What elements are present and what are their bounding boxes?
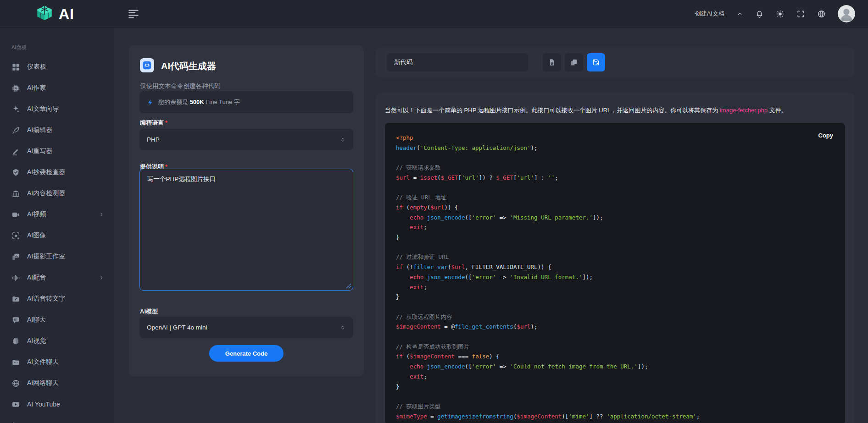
camera-icon xyxy=(11,231,20,240)
rss-icon xyxy=(11,421,20,423)
language-globe-icon[interactable] xyxy=(817,10,826,18)
required-asterisk: * xyxy=(165,119,167,126)
user-avatar[interactable] xyxy=(838,5,855,22)
code-line: header('Content-Type: application/json')… xyxy=(396,143,700,153)
sidebar-item-8[interactable]: AI图像 xyxy=(0,225,114,246)
language-select-value: PHP xyxy=(147,136,160,143)
sidebar-item-label: AI内容检测器 xyxy=(27,189,65,198)
sidebar-item-2[interactable]: AI文章向导 xyxy=(0,99,114,120)
fullscreen-icon[interactable] xyxy=(796,10,805,18)
sidebar-item-label: AI图像 xyxy=(27,231,46,240)
code-line: exit; xyxy=(396,222,700,232)
code-line: $url = isset($_GET['url']) ? $_GET['url'… xyxy=(396,173,700,183)
sidebar-item-label: AI网络聊天 xyxy=(27,379,59,387)
sidebar: AI面板 仪表板AIAI作家AI文章向导AI编辑器AI重写器AI抄袭检查器AI内… xyxy=(0,27,114,423)
balance-banner: 您的余额是 500K Fine Tune 字 xyxy=(139,91,353,113)
sidebar-item-label: AI YouTube xyxy=(27,401,60,408)
sidebar-item-3[interactable]: AI编辑器 xyxy=(0,120,114,141)
waveform-icon xyxy=(11,274,20,282)
sidebar-item-label: AI视觉 xyxy=(27,337,46,345)
document-button[interactable] xyxy=(543,53,561,71)
sidebar-item-6[interactable]: AI内容检测器 xyxy=(0,183,114,204)
code-line: exit; xyxy=(396,372,700,382)
sidebar-item-1[interactable]: AIAI作家 xyxy=(0,77,114,99)
create-ai-doc-menu[interactable]: 创建AI文档 xyxy=(695,10,743,18)
code-line: if (empty($url)) { xyxy=(396,203,700,213)
code-line: // 获取图片类型 xyxy=(396,401,700,412)
globe-icon xyxy=(11,379,20,388)
chevron-right-icon xyxy=(98,211,105,218)
sidebar-item-label: AI文件聊天 xyxy=(27,358,59,366)
code-line xyxy=(396,242,700,253)
save-button[interactable] xyxy=(587,53,605,71)
code-line xyxy=(396,391,700,401)
duplicate-button[interactable] xyxy=(565,53,583,71)
select-caret-icon xyxy=(339,324,346,331)
sidebar-item-16[interactable]: AI YouTube xyxy=(0,394,114,415)
result-card: 当然可以！下面是一个简单的 PHP 远程图片接口示例。此接口可以接收一个图片 U… xyxy=(376,93,854,423)
code-line: $mimeType = getimagesizefromstring($imag… xyxy=(396,412,700,422)
sidebar-item-11[interactable]: AI语音转文字 xyxy=(0,288,114,309)
code-line: } xyxy=(396,292,700,302)
sidebar-item-15[interactable]: AI网络聊天 xyxy=(0,373,114,394)
code-line xyxy=(396,302,700,312)
sidebar-item-17[interactable]: AIRSS xyxy=(0,415,114,423)
svg-text:AI: AI xyxy=(15,87,17,89)
sidebar-item-label: AI文章向导 xyxy=(27,105,59,113)
code-line: } xyxy=(396,382,700,392)
sidebar-menu: 仪表板AIAI作家AI文章向导AI编辑器AI重写器AI抄袭检查器AI内容检测器A… xyxy=(0,56,114,423)
sidebar-item-14[interactable]: AI文件聊天 xyxy=(0,352,114,373)
chevron-right-icon xyxy=(98,275,105,281)
sidebar-item-4[interactable]: AI重写器 xyxy=(0,141,114,162)
model-select-value: OpenAI | GPT 4o mini xyxy=(147,324,207,331)
model-select[interactable]: OpenAI | GPT 4o mini xyxy=(139,317,353,338)
code-block: Copy <?phpheader('Content-Type: applicat… xyxy=(385,123,845,423)
code-line: <?php xyxy=(396,133,700,143)
code-line: // 过滤和验证 URL xyxy=(396,252,700,262)
sidebar-item-5[interactable]: AI抄袭检查器 xyxy=(0,162,114,183)
bolt-icon xyxy=(147,99,154,106)
folder-dots-icon xyxy=(11,358,20,367)
code-line xyxy=(396,153,700,163)
pencil-icon xyxy=(11,147,20,156)
select-caret-icon xyxy=(339,137,346,143)
inline-code: image-fetcher.php xyxy=(720,107,768,114)
sidebar-item-label: 仪表板 xyxy=(27,63,46,71)
sidebar-item-7[interactable]: AI视频 xyxy=(0,204,114,225)
description-textarea[interactable]: 写一个PHP远程图片接口 xyxy=(139,169,353,291)
brand-cube-icon xyxy=(35,5,54,23)
php-code: <?phpheader('Content-Type: application/j… xyxy=(396,133,700,421)
sidebar-item-0[interactable]: 仪表板 xyxy=(0,56,114,77)
copy-code-button[interactable]: Copy xyxy=(818,132,834,139)
dashboard-icon xyxy=(11,63,20,71)
feather-icon xyxy=(11,126,20,135)
generate-code-button[interactable]: Generate Code xyxy=(209,345,284,362)
folder-audio-icon xyxy=(11,295,20,303)
code-line xyxy=(396,332,700,342)
brand-logo[interactable]: AI xyxy=(35,0,74,27)
sidebar-item-9[interactable]: AI摄影工作室 xyxy=(0,246,114,267)
document-title-input[interactable] xyxy=(387,53,528,71)
code-generator-form-card: AI代码生成器 仅使用文本命令创建各种代码 您的余额是 500K Fine Tu… xyxy=(129,45,364,376)
chip-icon: AI xyxy=(11,84,20,93)
code-line: echo json_encode(['error' => 'Missing UR… xyxy=(396,213,700,223)
copy-icon xyxy=(570,58,578,66)
sparkles-icon xyxy=(11,105,20,114)
code-line: if ($imageContent === false) { xyxy=(396,352,700,362)
sidebar-item-13[interactable]: AI视觉 xyxy=(0,330,114,352)
sidebar-item-label: AI视频 xyxy=(27,210,46,219)
assistant-intro-text: 当然可以！下面是一个简单的 PHP 远程图片接口示例。此接口可以接收一个图片 U… xyxy=(385,106,845,115)
language-select[interactable]: PHP xyxy=(139,129,353,150)
sidebar-item-12[interactable]: AI聊天 xyxy=(0,309,114,330)
code-line: // 检查是否成功获取到图片 xyxy=(396,342,700,352)
notifications-bell-icon[interactable] xyxy=(755,10,764,18)
model-label: AI模型 xyxy=(140,308,158,316)
doc-icon xyxy=(548,58,556,66)
sidebar-toggle-button[interactable] xyxy=(128,8,139,20)
youtube-icon xyxy=(11,400,20,409)
sidebar-section-label: AI面板 xyxy=(11,44,114,51)
theme-sun-icon[interactable] xyxy=(776,10,785,18)
code-line: $imageContent = @file_get_contents($url)… xyxy=(396,322,700,332)
sidebar-item-10[interactable]: AI配音 xyxy=(0,267,114,288)
sidebar-item-label: AI语音转文字 xyxy=(27,295,65,303)
